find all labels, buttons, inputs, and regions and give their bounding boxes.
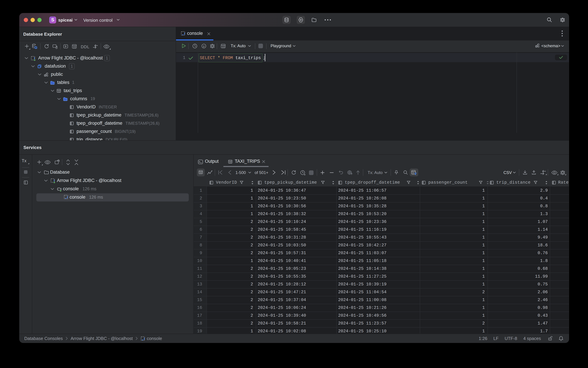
- svg-text:p: p: [203, 45, 205, 47]
